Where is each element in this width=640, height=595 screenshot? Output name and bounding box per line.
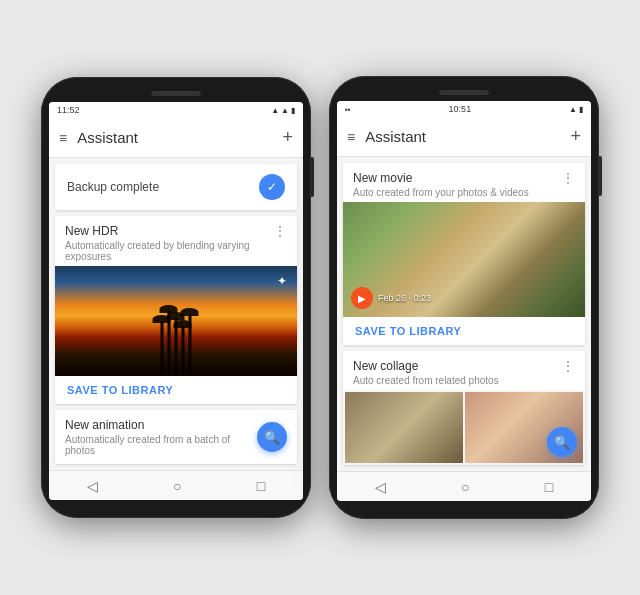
animation-search-fab[interactable]: 🔍 (257, 422, 287, 452)
collage-title: New collage (353, 359, 499, 373)
screen-1: 11:52 ▲ ▲ ▮ ≡ Assistant + Backup complet… (49, 102, 303, 500)
hdr-subtitle: Automatically created by blending varyin… (65, 240, 273, 262)
app-header-2: ≡ Assistant + (337, 117, 591, 157)
animation-card: New animation Automatically created from… (55, 410, 297, 464)
movie-more-dots[interactable]: ⋮ (561, 171, 575, 185)
phone-2: ▪▪ 10:51 ▲ ▮ ≡ Assistant + New movie (329, 76, 599, 519)
status-bar-2: ▪▪ 10:51 ▲ ▮ (337, 101, 591, 117)
phone-top-1 (49, 91, 303, 96)
app-title-2: Assistant (365, 128, 570, 145)
check-icon: ✓ (267, 180, 277, 194)
hdr-card: New HDR Automatically created by blendin… (55, 216, 297, 404)
hdr-image-container: ✦ (55, 266, 297, 376)
status-time-1: 11:52 (57, 105, 80, 115)
collage-more-dots[interactable]: ⋮ (561, 359, 575, 373)
recents-nav-2[interactable]: □ (545, 479, 553, 495)
menu-icon-2[interactable]: ≡ (347, 129, 355, 145)
hdr-card-header: New HDR Automatically created by blendin… (55, 216, 297, 266)
status-icons-right-2: ▲ ▮ (569, 105, 583, 114)
recents-nav-1[interactable]: □ (257, 478, 265, 494)
hdr-image: ✦ (55, 266, 297, 376)
app-title-1: Assistant (77, 129, 282, 146)
movie-image-container: ▶ Feb 26 · 0:23 (343, 202, 585, 317)
movie-save-section: SAVE TO LIBRARY (343, 317, 585, 345)
sparkle-icon: ✦ (277, 274, 287, 288)
movie-overlay: ▶ Feb 26 · 0:23 (351, 287, 431, 309)
phone-top-2 (337, 90, 591, 95)
home-nav-2[interactable]: ○ (461, 479, 469, 495)
hdr-title: New HDR (65, 224, 273, 238)
nav-bar-2: ◁ ○ □ (337, 471, 591, 501)
movie-date: Feb 26 · 0:23 (378, 293, 431, 303)
side-button-1 (311, 157, 314, 197)
movie-subtitle: Auto created from your photos & videos (353, 187, 529, 198)
animation-title: New animation (65, 418, 257, 432)
collage-subtitle: Auto created from related photos (353, 375, 499, 386)
collage-grid: 🔍 (343, 390, 585, 465)
screen-2: ▪▪ 10:51 ▲ ▮ ≡ Assistant + New movie (337, 101, 591, 501)
collage-card-titles: New collage Auto created from related ph… (353, 359, 499, 386)
hdr-save-section: SAVE TO LIBRARY (55, 376, 297, 404)
battery-icon: ▮ (291, 106, 295, 115)
movie-title: New movie (353, 171, 529, 185)
hdr-card-titles: New HDR Automatically created by blendin… (65, 224, 273, 262)
status-icons-1: ▲ ▲ ▮ (271, 106, 295, 115)
phone-1: 11:52 ▲ ▲ ▮ ≡ Assistant + Backup complet… (41, 77, 311, 518)
speaker-1 (151, 91, 201, 96)
play-icon: ▶ (351, 287, 373, 309)
animation-card-body: New animation Automatically created from… (55, 410, 297, 464)
wifi-icon: ▲ (281, 106, 289, 115)
collage-image-2: 🔍 (465, 392, 583, 463)
collage-card-header: New collage Auto created from related ph… (343, 351, 585, 390)
movie-card-titles: New movie Auto created from your photos … (353, 171, 529, 198)
search-icon-2: 🔍 (554, 435, 570, 450)
hdr-more-dots[interactable]: ⋮ (273, 224, 287, 238)
menu-icon-1[interactable]: ≡ (59, 130, 67, 146)
speaker-2 (439, 90, 489, 95)
backup-card: Backup complete ✓ (55, 164, 297, 210)
tents (55, 351, 297, 376)
signal-icon: ▲ (271, 106, 279, 115)
animation-subtitle: Automatically created from a batch of ph… (65, 434, 257, 456)
backup-check-icon: ✓ (259, 174, 285, 200)
collage-image-1 (345, 392, 463, 463)
add-button-1[interactable]: + (282, 127, 293, 148)
search-icon-1: 🔍 (264, 430, 280, 445)
back-nav-1[interactable]: ◁ (87, 478, 98, 494)
home-nav-1[interactable]: ○ (173, 478, 181, 494)
collage-image-area: 🔍 (343, 390, 585, 465)
collage-card: New collage Auto created from related ph… (343, 351, 585, 465)
status-time-2: 10:51 (449, 104, 472, 114)
movie-image: ▶ Feb 26 · 0:23 (343, 202, 585, 317)
movie-card-header: New movie Auto created from your photos … (343, 163, 585, 202)
app-header-1: ≡ Assistant + (49, 118, 303, 158)
phone-shell-1: 11:52 ▲ ▲ ▮ ≡ Assistant + Backup complet… (41, 77, 311, 518)
back-nav-2[interactable]: ◁ (375, 479, 386, 495)
status-icons-left-2: ▪▪ (345, 105, 351, 114)
add-button-2[interactable]: + (570, 126, 581, 147)
wifi-icon-2: ▲ (569, 105, 577, 114)
movie-card: New movie Auto created from your photos … (343, 163, 585, 345)
hdr-save-button[interactable]: SAVE TO LIBRARY (67, 384, 173, 396)
nav-bar-1: ◁ ○ □ (49, 470, 303, 500)
collage-search-fab[interactable]: 🔍 (547, 427, 577, 457)
collage-fab[interactable]: 🔍 (547, 427, 577, 457)
status-bar-1: 11:52 ▲ ▲ ▮ (49, 102, 303, 118)
battery-icon-2: ▮ (579, 105, 583, 114)
side-button-2 (599, 156, 602, 196)
movie-save-button[interactable]: SAVE TO LIBRARY (355, 325, 461, 337)
notif-icon: ▪▪ (345, 105, 351, 114)
phone-shell-2: ▪▪ 10:51 ▲ ▮ ≡ Assistant + New movie (329, 76, 599, 519)
animation-info: New animation Automatically created from… (65, 418, 257, 456)
backup-text: Backup complete (67, 180, 159, 194)
play-triangle: ▶ (358, 293, 366, 304)
